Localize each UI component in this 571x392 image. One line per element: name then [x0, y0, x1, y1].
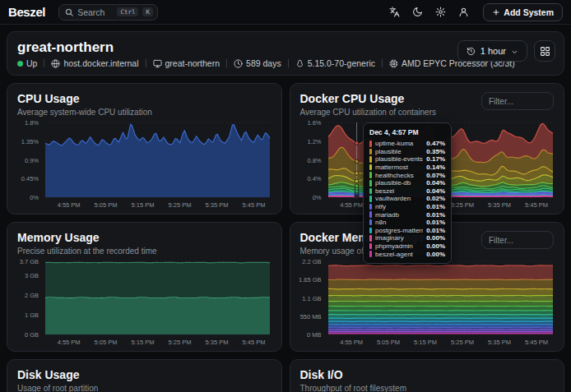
time-range-select[interactable]: 1 hour	[457, 40, 527, 62]
charts-grid: CPU Usage Average system-wide CPU utiliz…	[7, 83, 564, 392]
series-color-chip	[369, 172, 372, 178]
search-input[interactable]: Search Ctrl K	[58, 4, 158, 21]
user-menu-button[interactable]	[453, 2, 473, 22]
y-tick-label: 3 GB	[25, 271, 39, 279]
series-value: 0.00%	[426, 234, 445, 242]
series-value: 0.04%	[426, 187, 445, 195]
divider	[288, 59, 289, 67]
docker-cpu-filter-input[interactable]	[481, 92, 554, 110]
settings-button[interactable]	[430, 2, 450, 22]
memory-usage-chart[interactable]: 3.7 GB3 GB2 GB1 GB0 GB4:55 PM5:05 PM5:15…	[17, 260, 272, 346]
history-clock-icon	[467, 47, 476, 56]
series-name: plausible-db	[375, 179, 423, 187]
y-tick-label: 1.35%	[21, 137, 39, 145]
card-subtitle: Usage of root partition	[17, 384, 272, 392]
languages-icon	[389, 7, 400, 17]
y-tick-label: 1.8%	[25, 119, 39, 127]
series-color-chip	[369, 235, 372, 242]
series-name: vaultwarden	[375, 195, 423, 202]
x-tick-label: 5:25 PM	[451, 201, 474, 209]
tooltip-row: plausible-db0.04%	[369, 179, 445, 187]
y-tick-label: 0.9%	[25, 156, 39, 164]
search-placeholder: Search	[77, 7, 104, 17]
tooltip-row: mattermost0.14%	[369, 164, 445, 172]
chip-icon	[389, 59, 398, 68]
moon-icon	[412, 7, 423, 17]
app-logo: Beszel	[8, 5, 45, 19]
x-tick-label: 4:55 PM	[58, 201, 81, 209]
x-tick-label: 5:25 PM	[169, 201, 192, 209]
x-tick-label: 5:35 PM	[205, 339, 228, 346]
y-tick-label: 0 MB	[307, 331, 322, 339]
tooltip-row: phpmyadmin0.00%	[369, 242, 445, 251]
series-color-chip	[369, 149, 372, 155]
x-tick-label: 5:35 PM	[488, 339, 511, 346]
x-tick-label: 5:45 PM	[525, 339, 548, 346]
card-title: CPU Usage	[17, 92, 272, 106]
series-color-chip	[369, 219, 372, 226]
chart-tooltip: Dec 4, 4:57 PM uptime-kuma0.47%plausible…	[363, 122, 452, 264]
series-color-chip	[369, 164, 372, 171]
card-subtitle: Average system-wide CPU utilization	[17, 108, 272, 118]
plus-icon	[492, 8, 500, 16]
status-dot	[17, 61, 23, 67]
tooltip-row: healthchecks0.07%	[369, 171, 445, 179]
layout-grid-button[interactable]	[534, 40, 555, 62]
card-subtitle: Throughput of root filesystem	[300, 384, 555, 392]
series-name: imaginary	[375, 234, 423, 242]
divider	[146, 59, 146, 67]
card-title: Memory Usage	[17, 231, 272, 245]
card-subtitle: Precise utilization at the recorded time	[17, 247, 272, 256]
divider	[382, 59, 383, 67]
status-badge: Up	[17, 58, 37, 68]
theme-toggle-button[interactable]	[407, 2, 427, 22]
penguin-icon	[295, 59, 304, 68]
series-value: 0.17%	[426, 155, 445, 163]
x-tick-label: 5:15 PM	[132, 201, 155, 209]
docker-memory-filter-input[interactable]	[481, 231, 554, 249]
y-tick-label: 2 GB	[25, 292, 39, 299]
series-name: plausible-events-db	[375, 155, 423, 163]
kbd-ctrl: Ctrl	[117, 7, 138, 16]
cpu-usage-card: CPU Usage Average system-wide CPU utiliz…	[7, 83, 282, 214]
series-color-chip	[369, 251, 372, 257]
cpu-usage-chart[interactable]: 1.8%1.35%0.9%0.45%0%4:55 PM5:05 PM5:15 P…	[17, 121, 272, 209]
series-value: 0.01%	[426, 211, 445, 219]
tooltip-row: ntfy0.01%	[369, 203, 445, 211]
card-title: Disk Usage	[17, 368, 272, 382]
tooltip-row: imaginary0.00%	[369, 234, 445, 242]
series-name: plausible	[375, 148, 423, 155]
tooltip-row: mariadb0.01%	[369, 210, 445, 219]
series-name: healthchecks	[375, 172, 423, 179]
layout-grid-icon	[540, 46, 550, 57]
series-value: 0.01%	[426, 227, 445, 234]
x-tick-label: 5:45 PM	[525, 201, 548, 209]
docker-memory-usage-chart[interactable]: 2.2 GB1.65 GB1.1 GB550 MB0 MB4:55 PM5:05…	[300, 260, 555, 346]
meta-system-name: great-northern	[153, 58, 221, 68]
x-tick-label: 4:55 PM	[340, 201, 363, 209]
y-tick-label: 1 GB	[25, 311, 39, 319]
user-icon	[458, 7, 469, 17]
x-tick-label: 5:45 PM	[242, 201, 265, 209]
y-tick-label: 1.65 GB	[299, 276, 322, 284]
chevron-down-icon	[511, 48, 518, 55]
series-value: 0.01%	[426, 203, 445, 210]
series-name: ntfy	[375, 203, 423, 210]
globe-icon	[51, 59, 60, 68]
add-system-button[interactable]: Add System	[483, 3, 563, 21]
disk-io-card: Disk I/O Throughput of root filesystem	[290, 359, 565, 392]
y-tick-label: 0%	[313, 194, 322, 201]
memory-usage-card: Memory Usage Precise utilization at the …	[7, 222, 282, 352]
series-name: mariadb	[375, 211, 423, 219]
x-tick-label: 5:35 PM	[488, 201, 511, 209]
tooltip-rows: uptime-kuma0.47%plausible0.35%plausible-…	[369, 140, 445, 258]
x-tick-label: 5:25 PM	[169, 339, 192, 346]
x-tick-label: 5:15 PM	[132, 339, 155, 346]
language-button[interactable]	[384, 2, 404, 22]
series-name: n8n	[375, 219, 423, 226]
series-value: 0.35%	[426, 148, 445, 155]
tooltip-row: uptime-kuma0.47%	[369, 140, 445, 148]
meta-kernel: 5.15.0-70-generic	[295, 58, 375, 68]
tooltip-timestamp: Dec 4, 4:57 PM	[369, 128, 445, 136]
kbd-k: K	[142, 7, 153, 16]
